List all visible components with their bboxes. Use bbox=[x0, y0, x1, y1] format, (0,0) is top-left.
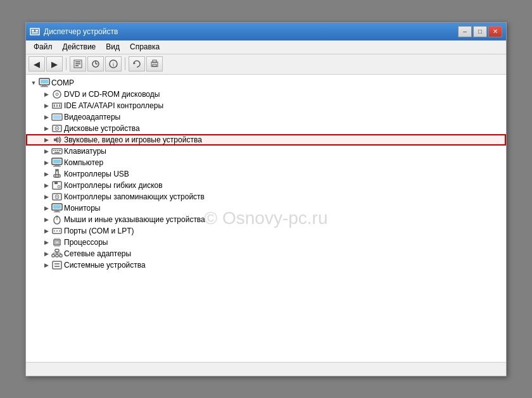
tree-item[interactable]: ▶DVD и CD-ROM дисководы bbox=[26, 89, 506, 100]
svg-rect-32 bbox=[52, 149, 62, 154]
menu-bar: Файл Действие Вид Справка bbox=[26, 40, 506, 54]
tree-item[interactable]: ▶Порты (COM и LPT) bbox=[26, 225, 506, 237]
menu-file[interactable]: Файл bbox=[28, 41, 58, 53]
item-expand[interactable]: ▶ bbox=[41, 146, 51, 156]
tree-item[interactable]: ▶Мыши и иные указывающие устройства bbox=[26, 214, 506, 225]
tree-root[interactable]: ▼ COMP bbox=[26, 77, 506, 89]
item-expand[interactable]: ▶ bbox=[41, 89, 51, 99]
device-label: Компьютер bbox=[64, 158, 103, 167]
item-expand[interactable]: ▶ bbox=[41, 237, 51, 247]
tree-item[interactable]: ▶Дисковые устройства bbox=[26, 123, 506, 134]
device-icon bbox=[51, 112, 63, 122]
svg-point-59 bbox=[54, 230, 55, 232]
computer-icon bbox=[39, 78, 50, 88]
device-label: Контроллеры гибких дисков bbox=[64, 181, 163, 190]
device-label: Мониторы bbox=[64, 204, 100, 213]
print-button[interactable] bbox=[146, 56, 163, 72]
device-label: Порты (COM и LPT) bbox=[64, 227, 134, 235]
svg-rect-26 bbox=[59, 104, 60, 107]
item-expand[interactable]: ▶ bbox=[41, 203, 51, 213]
device-label: Мыши и иные указывающие устройства bbox=[64, 215, 205, 224]
title-bar-left: Диспетчер устройств bbox=[30, 27, 118, 37]
svg-point-31 bbox=[56, 128, 58, 129]
item-expand[interactable]: ▶ bbox=[41, 169, 51, 179]
minimize-button[interactable]: – bbox=[458, 26, 472, 37]
tree-item[interactable]: ▶Контроллеры гибких дисков bbox=[26, 180, 506, 191]
item-expand[interactable]: ▶ bbox=[41, 249, 51, 259]
svg-rect-80 bbox=[54, 266, 60, 267]
svg-point-61 bbox=[59, 230, 60, 232]
svg-rect-78 bbox=[53, 261, 61, 269]
svg-rect-34 bbox=[55, 150, 56, 151]
window-title: Диспетчер устройств bbox=[44, 27, 118, 36]
item-expand[interactable]: ▶ bbox=[41, 135, 51, 145]
tree-item[interactable]: ▶Клавиатуры bbox=[26, 146, 506, 157]
tree-item[interactable]: ▶Контроллеры USB bbox=[26, 168, 506, 180]
tree-item[interactable]: ▶Компьютер bbox=[26, 157, 506, 168]
item-expand[interactable]: ▶ bbox=[41, 123, 51, 134]
device-manager-window: Диспетчер устройств – □ ✕ Файл Действие … bbox=[25, 22, 507, 376]
device-label: Системные устройства bbox=[64, 261, 146, 270]
item-expand[interactable]: ▶ bbox=[41, 101, 51, 111]
tree-children-container: ▶DVD и CD-ROM дисководы▶IDE ATA/ATAPI ко… bbox=[26, 89, 506, 271]
device-icon bbox=[51, 215, 63, 225]
svg-rect-33 bbox=[53, 150, 54, 151]
device-label: Звуковые, видео и игровые устройства bbox=[64, 135, 202, 144]
device-icon bbox=[51, 180, 63, 190]
back-button[interactable]: ◀ bbox=[28, 56, 45, 72]
svg-rect-40 bbox=[54, 165, 60, 166]
svg-rect-2 bbox=[35, 30, 38, 32]
svg-point-50 bbox=[56, 196, 58, 197]
update-button[interactable] bbox=[129, 56, 145, 72]
print-icon bbox=[150, 59, 159, 68]
scan-button[interactable] bbox=[87, 56, 104, 72]
device-label: Дисковые устройства bbox=[64, 124, 140, 133]
item-expand[interactable]: ▶ bbox=[41, 260, 51, 270]
svg-rect-1 bbox=[32, 30, 34, 32]
svg-point-60 bbox=[56, 230, 58, 232]
svg-rect-70 bbox=[55, 249, 59, 252]
item-expand[interactable]: ▶ bbox=[41, 215, 51, 225]
tree-item[interactable]: ▶Сетевые адаптеры bbox=[26, 248, 506, 259]
device-icon bbox=[51, 169, 63, 179]
svg-rect-25 bbox=[56, 104, 58, 107]
svg-rect-35 bbox=[57, 150, 58, 151]
device-label: Сетевые адаптеры bbox=[64, 249, 131, 258]
item-expand[interactable]: ▶ bbox=[41, 226, 51, 236]
device-icon bbox=[51, 226, 63, 236]
properties-button[interactable] bbox=[70, 56, 86, 72]
device-label: DVD и CD-ROM дисководы bbox=[64, 90, 160, 99]
title-bar-controls: – □ ✕ bbox=[458, 26, 502, 37]
item-expand[interactable]: ▶ bbox=[41, 180, 51, 190]
menu-help[interactable]: Справка bbox=[125, 41, 165, 53]
svg-rect-36 bbox=[59, 150, 61, 151]
tree-item[interactable]: ▶Процессоры bbox=[26, 237, 506, 248]
tree-item[interactable]: ▶Контроллеры запоминающих устройств bbox=[26, 191, 506, 202]
info-icon: i bbox=[109, 59, 118, 68]
svg-rect-63 bbox=[55, 241, 59, 244]
svg-text:i: i bbox=[113, 61, 114, 68]
menu-view[interactable]: Вид bbox=[101, 41, 125, 53]
device-icon bbox=[51, 260, 63, 270]
menu-action[interactable]: Действие bbox=[58, 41, 101, 53]
maximize-button[interactable]: □ bbox=[473, 26, 487, 37]
svg-rect-54 bbox=[54, 211, 60, 213]
tree-item[interactable]: ▶Мониторы bbox=[26, 202, 506, 214]
tree-item[interactable]: ▶Видеоадаптеры bbox=[26, 111, 506, 123]
root-expand[interactable]: ▼ bbox=[28, 78, 39, 88]
item-expand[interactable]: ▶ bbox=[41, 112, 51, 122]
tree-item[interactable]: ▶IDE ATA/ATAPI контроллеры bbox=[26, 100, 506, 111]
info-button[interactable]: i bbox=[105, 56, 122, 72]
forward-button[interactable]: ▶ bbox=[46, 56, 63, 72]
tree-item[interactable]: ▶Системные устройства bbox=[26, 259, 506, 271]
tree-item[interactable]: ▶Звуковые, видео и игровые устройства bbox=[26, 134, 506, 146]
close-button[interactable]: ✕ bbox=[488, 26, 502, 37]
device-tree[interactable]: © Osnovy-pc.ru ▼ COMP ▶DVD и CD-ROM диск… bbox=[26, 75, 506, 362]
scan-icon bbox=[91, 59, 100, 68]
item-expand[interactable]: ▶ bbox=[41, 192, 51, 202]
svg-point-57 bbox=[56, 215, 58, 217]
device-icon bbox=[51, 146, 63, 156]
device-icon bbox=[51, 123, 63, 134]
device-label: Процессоры bbox=[64, 238, 108, 247]
item-expand[interactable]: ▶ bbox=[41, 158, 51, 168]
